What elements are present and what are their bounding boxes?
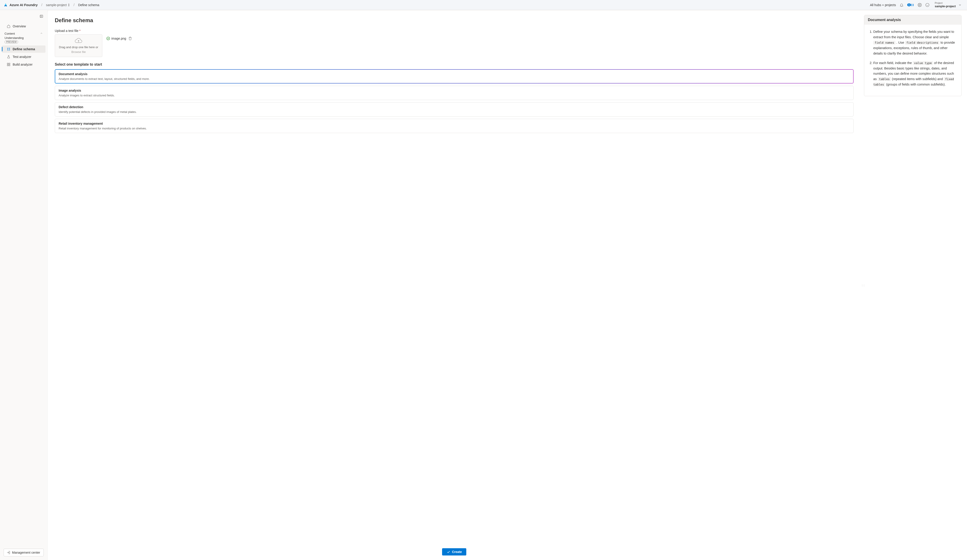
svg-rect-11 [9,65,10,66]
azure-icon [3,3,8,7]
svg-rect-9 [9,63,10,64]
home-icon [7,25,10,28]
svg-point-7 [9,50,10,51]
required-indicator: * [79,29,80,33]
bell-icon[interactable] [899,3,904,7]
build-icon [7,63,10,66]
flask-icon [7,55,10,59]
announcement-button[interactable]: 1 [907,3,914,7]
info-item-2: For each field, indicate the value type … [873,61,956,87]
sidebar-item-test-analyzer[interactable]: Test analyzer [2,53,46,61]
info-card-title: Document analysis [864,15,961,25]
splitter-handle[interactable]: ⋮⋮ [862,11,864,560]
breadcrumb-project[interactable]: sample-project [46,3,70,7]
upload-label: Upload a test file * [55,29,853,33]
svg-point-1 [926,3,929,7]
uploaded-file: image.png [106,37,132,40]
upload-row: Drag and drop one file here or Browse fi… [55,35,853,57]
browse-file-link[interactable]: Browse file [71,50,86,54]
sidebar-item-label: Overview [13,25,26,28]
right-panel: Document analysis Define your schema by … [864,11,967,560]
chevron-down-icon [959,3,962,7]
exit-icon [7,551,10,554]
code-value-type: value type [913,61,933,65]
code-tables: tables [878,77,891,81]
project-selector-label: Project [935,2,956,5]
svg-rect-8 [7,63,8,64]
template-title: Document analysis [59,72,850,76]
header-left: Azure AI Foundry / sample-project / Defi… [3,3,99,7]
cloud-upload-icon [74,38,83,44]
uploaded-filename: image.png [111,37,126,40]
sidebar-item-overview[interactable]: Overview [2,23,46,30]
template-card-document-analysis[interactable]: Document analysis Analyze documents to e… [55,69,853,84]
header-right: All hubs + projects 1 Project sample-pro… [870,1,964,9]
top-header: Azure AI Foundry / sample-project / Defi… [0,0,967,10]
dropzone-text: Drag and drop one file here or [59,46,98,49]
announcement-badge: 1 [907,3,911,7]
template-desc: Analyze images to extract structured fie… [59,94,850,97]
breadcrumb-separator: / [41,3,42,7]
template-desc: Analyze documents to extract text, layou… [59,77,850,81]
file-dropzone[interactable]: Drag and drop one file here or Browse fi… [55,35,102,57]
svg-point-12 [107,37,110,40]
sidebar-item-label: Test analyzer [13,55,31,59]
info-card-body: Define your schema by specifying the fie… [864,25,961,96]
code-field-names: field names [873,41,896,44]
sidebar-group-content-understanding[interactable]: Content Understanding PREVIEW [0,30,47,45]
template-card-retail-inventory[interactable]: Retail inventory management Retail inven… [55,119,853,133]
content-left: Define schema Upload a test file * Drag … [48,11,862,560]
project-selector[interactable]: Project sample-project [933,1,964,9]
hubs-projects-link[interactable]: All hubs + projects [870,3,896,7]
breadcrumb-current: Define schema [78,3,99,7]
create-button[interactable]: Create [442,548,467,555]
template-card-image-analysis[interactable]: Image analysis Analyze images to extract… [55,86,853,100]
template-card-defect-detection[interactable]: Defect detection Identify potential defe… [55,102,853,117]
page-title: Define schema [55,17,853,23]
info-card: Document analysis Define your schema by … [864,15,962,96]
management-center-label: Management center [12,551,40,554]
sidebar-item-define-schema[interactable]: Define schema [2,46,46,53]
svg-point-5 [9,48,10,49]
sidebar: Overview Content Understanding PREVIEW D… [0,10,48,560]
sidebar-item-label: Build analyzer [13,63,33,66]
breadcrumb-separator: / [74,3,74,7]
collapse-sidebar-button[interactable] [40,15,43,19]
check-icon [447,550,450,553]
svg-point-6 [7,50,8,51]
management-center-button[interactable]: Management center [3,549,44,557]
code-field-descriptions: field descriptions [905,41,940,44]
template-desc: Identify potential defects in provided i… [59,110,850,114]
template-title: Defect detection [59,105,850,109]
delete-icon[interactable] [128,37,132,40]
svg-point-0 [919,4,920,5]
sidebar-item-label: Define schema [13,47,35,51]
chevron-up-icon [40,32,43,35]
templates-heading: Select one template to start [55,63,853,66]
updown-icon [68,3,70,7]
schema-icon [7,47,10,51]
create-button-label: Create [452,550,462,553]
svg-point-4 [7,48,8,49]
app-name: Azure AI Foundry [10,3,38,7]
sidebar-item-build-analyzer[interactable]: Build analyzer [2,61,46,68]
smiley-icon[interactable] [925,3,929,7]
app-logo[interactable]: Azure AI Foundry [3,3,38,7]
gear-icon[interactable] [917,3,922,7]
project-selector-value: sample-project [935,5,956,8]
svg-rect-10 [7,65,8,66]
check-circle-icon [106,37,110,40]
template-desc: Retail inventory management for monitori… [59,127,850,130]
template-title: Image analysis [59,89,850,92]
template-title: Retail inventory management [59,122,850,125]
main-content: Define schema Upload a test file * Drag … [48,11,967,560]
info-item-1: Define your schema by specifying the fie… [873,29,956,56]
create-row: Create [55,539,853,555]
preview-badge: PREVIEW [5,41,18,43]
